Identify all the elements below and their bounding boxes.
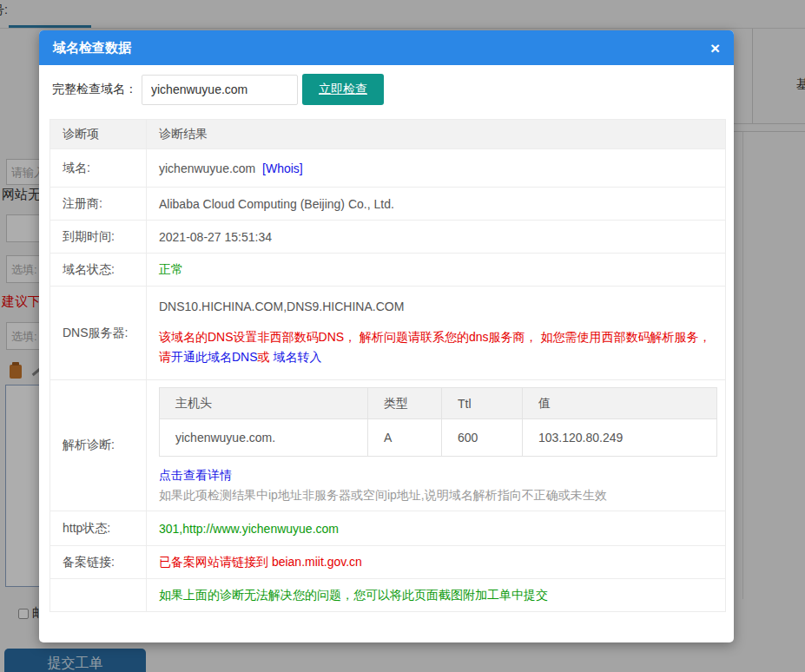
domain-value: yichenwuyue.com bbox=[159, 161, 255, 175]
dns-records-table: 主机头 类型 Ttl 值 yichenwuyue.com. A 600 103.… bbox=[159, 387, 717, 457]
col-type: 类型 bbox=[368, 388, 442, 419]
diagnostics-table: 诊断项 诊断结果 域名: yichenwuyue.com [Whois] 注册商… bbox=[49, 119, 726, 612]
col-ttl: Ttl bbox=[442, 388, 523, 419]
dns-records-header: 主机头 类型 Ttl 值 bbox=[160, 388, 717, 419]
modal-title: 域名检查数据 bbox=[53, 40, 131, 56]
col-host: 主机头 bbox=[160, 388, 368, 419]
resolve-note: 如果此项检测结果中ip地址非服务器或空间ip地址,说明域名解析指向不正确或未生效 bbox=[159, 488, 718, 504]
table-row-expiry: 到期时间: 2021-08-27 15:51:34 bbox=[50, 221, 726, 254]
row-label bbox=[50, 579, 147, 612]
close-icon[interactable]: × bbox=[710, 40, 720, 56]
col-header-result: 诊断结果 bbox=[147, 120, 726, 149]
view-detail-link[interactable]: 点击查看详情 bbox=[159, 468, 718, 484]
domain-input-label: 完整检查域名： bbox=[52, 82, 137, 97]
http-status-value: 301,http://www.yichenwuyue.com bbox=[159, 522, 339, 536]
whois-link[interactable]: [Whois] bbox=[262, 161, 303, 175]
table-row-http: http状态: 301,http://www.yichenwuyue.com bbox=[50, 511, 726, 546]
domain-input[interactable] bbox=[142, 75, 298, 105]
registrar-value: Alibaba Cloud Computing (Beijing) Co., L… bbox=[147, 188, 726, 221]
row-label: 备案链接: bbox=[50, 546, 147, 579]
row-label: http状态: bbox=[50, 511, 147, 546]
domain-transfer-link[interactable]: 域名转入 bbox=[273, 350, 321, 364]
open-dns-link[interactable]: 开通此域名DNS bbox=[171, 350, 258, 364]
footer-note-value: 如果上面的诊断无法解决您的问题，您可以将此页面截图附加工单中提交 bbox=[159, 588, 548, 602]
record-type: A bbox=[368, 419, 442, 457]
domain-check-form: 完整检查域名： 立即检查 bbox=[52, 74, 384, 105]
modal-header: 域名检查数据 × bbox=[39, 30, 734, 65]
table-row-dns: DNS服务器: DNS10.HICHINA.COM,DNS9.HICHINA.C… bbox=[50, 287, 726, 380]
record-ttl: 600 bbox=[442, 419, 523, 457]
table-row-footer-note: 如果上面的诊断无法解决您的问题，您可以将此页面截图附加工单中提交 bbox=[50, 579, 726, 612]
table-row-domain: 域名: yichenwuyue.com [Whois] bbox=[50, 149, 726, 188]
row-label: 解析诊断: bbox=[50, 380, 147, 511]
diagnostics-table-header: 诊断项 诊断结果 bbox=[50, 120, 726, 149]
row-label: 注册商: bbox=[50, 188, 147, 221]
row-label: 域名状态: bbox=[50, 254, 147, 287]
row-label: DNS服务器: bbox=[50, 287, 147, 380]
col-header-item: 诊断项 bbox=[50, 120, 147, 149]
dns-servers-value: DNS10.HICHINA.COM,DNS9.HICHINA.COM bbox=[159, 300, 718, 313]
table-row-beian: 备案链接: 已备案网站请链接到 beian.miit.gov.cn bbox=[50, 546, 726, 579]
row-label: 到期时间: bbox=[50, 221, 147, 254]
expiry-value: 2021-08-27 15:51:34 bbox=[147, 221, 726, 254]
col-value: 值 bbox=[523, 388, 717, 419]
beian-link-value: 已备案网站请链接到 beian.miit.gov.cn bbox=[159, 555, 362, 569]
record-host: yichenwuyue.com. bbox=[160, 419, 368, 457]
record-value: 103.120.80.249 bbox=[523, 419, 717, 457]
check-now-button[interactable]: 立即检查 bbox=[302, 74, 384, 105]
domain-check-modal: 域名检查数据 × 完整检查域名： 立即检查 诊断项 诊断结果 域名: yiche… bbox=[39, 30, 734, 642]
table-row-status: 域名状态: 正常 bbox=[50, 254, 726, 287]
row-label: 域名: bbox=[50, 149, 147, 188]
status-badge: 正常 bbox=[159, 262, 183, 276]
table-row-registrar: 注册商: Alibaba Cloud Computing (Beijing) C… bbox=[50, 188, 726, 221]
dns-warning-text: 该域名的DNS设置非西部数码DNS， 解析问题请联系您的dns服务商， 如您需使… bbox=[159, 327, 718, 367]
dns-record-row: yichenwuyue.com. A 600 103.120.80.249 bbox=[160, 419, 717, 457]
table-row-resolve: 解析诊断: 主机头 类型 Ttl 值 yichenwuyue.com. A 60… bbox=[50, 380, 726, 511]
